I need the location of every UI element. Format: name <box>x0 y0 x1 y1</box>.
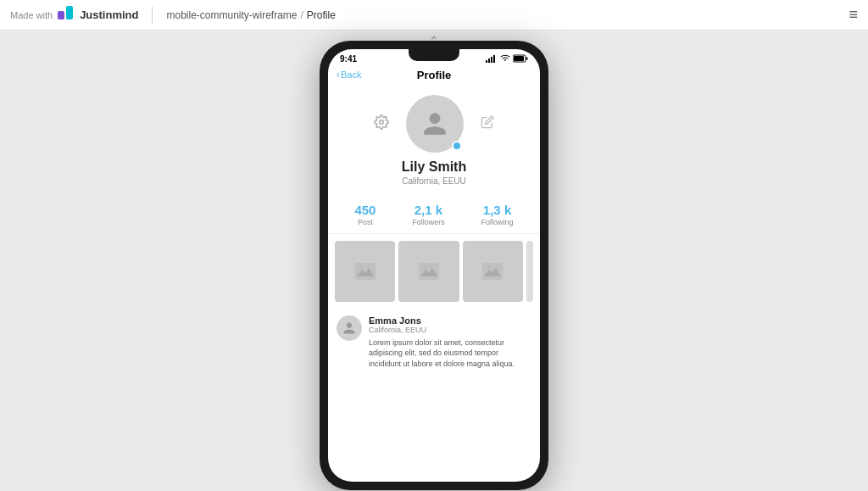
svg-rect-3 <box>488 59 490 63</box>
svg-rect-10 <box>355 263 376 280</box>
user-location: California, EEUU <box>402 176 466 186</box>
breadcrumb-project: mobile-community-wireframe <box>166 9 297 21</box>
svg-point-15 <box>487 265 490 269</box>
breadcrumb: mobile-community-wireframe / Profile <box>166 9 335 21</box>
post-label: Post <box>358 218 373 226</box>
phone-time: 9:41 <box>340 54 357 64</box>
back-button[interactable]: ‹ Back <box>337 69 361 81</box>
svg-point-9 <box>380 120 384 124</box>
svg-rect-1 <box>66 6 73 20</box>
comment-text: Lorem ipsum dolor sit amet, consectetur … <box>369 338 531 370</box>
commenter-avatar <box>337 315 362 341</box>
avatar-wrap <box>406 95 464 153</box>
photo-placeholder-icon-1 <box>355 263 376 280</box>
topbar-divider <box>152 7 153 24</box>
avatar-row <box>374 95 494 153</box>
app-title: Profile <box>417 69 451 81</box>
post-count: 450 <box>354 203 376 217</box>
svg-point-11 <box>359 265 363 269</box>
svg-rect-5 <box>493 55 495 63</box>
profile-section: Lily Smith California, EEUU <box>328 86 540 194</box>
photo-placeholder-icon-2 <box>419 263 439 280</box>
breadcrumb-separator: / <box>301 9 303 21</box>
following-count: 1,3 k <box>483 203 511 217</box>
phone-notch <box>409 49 459 61</box>
svg-rect-4 <box>491 57 492 63</box>
svg-rect-12 <box>419 263 439 280</box>
comment-section: Emma Jons California, EEUU Lorem ipsum d… <box>328 309 540 377</box>
photo-thumb-3[interactable] <box>463 241 523 302</box>
back-label: Back <box>341 70 361 80</box>
photo-thumb-1[interactable] <box>335 241 395 302</box>
svg-rect-8 <box>526 58 528 60</box>
stat-followers: 2,1 k Followers <box>412 203 445 226</box>
topbar-right: ≡ <box>849 6 858 24</box>
commenter-avatar-icon <box>342 321 356 335</box>
back-chevron-icon: ‹ <box>337 69 340 81</box>
justinmind-logo-icon <box>58 6 76 25</box>
breadcrumb-current: Profile <box>307 9 336 21</box>
svg-rect-14 <box>482 263 503 280</box>
commenter-name: Emma Jons <box>369 315 531 326</box>
topbar: Made with Justinmind mobile-community-wi… <box>0 0 868 31</box>
photos-scrollbar[interactable] <box>526 241 533 302</box>
settings-icon[interactable] <box>374 114 389 133</box>
phone-frame: 9:41 <box>320 41 548 490</box>
phone-screen: 9:41 <box>328 49 540 482</box>
wifi-icon <box>500 54 510 63</box>
stats-row: 450 Post 2,1 k Followers 1,3 k Following <box>328 194 540 234</box>
signal-icon <box>486 54 498 63</box>
photos-grid <box>328 234 540 309</box>
topbar-left: Made with Justinmind mobile-community-wi… <box>10 6 336 25</box>
photo-thumb-2[interactable] <box>398 241 459 302</box>
battery-icon <box>513 54 528 63</box>
user-name: Lily Smith <box>402 159 466 175</box>
made-with-label: Made with <box>10 10 53 20</box>
svg-rect-0 <box>58 11 64 20</box>
stat-post: 450 Post <box>354 203 376 226</box>
followers-count: 2,1 k <box>415 203 442 217</box>
logo-brand: Justinmind <box>58 6 138 25</box>
main-area: ⌃ 9:41 <box>0 31 868 491</box>
commenter-location: California, EEUU <box>369 326 531 334</box>
edit-icon[interactable] <box>481 115 494 131</box>
following-label: Following <box>481 218 514 226</box>
comment-content: Emma Jons California, EEUU Lorem ipsum d… <box>369 315 531 370</box>
logo-area: Made with Justinmind <box>10 6 138 25</box>
svg-point-13 <box>423 265 426 269</box>
photo-placeholder-icon-3 <box>482 263 503 280</box>
svg-rect-7 <box>514 56 524 61</box>
logo-name: Justinmind <box>80 8 138 21</box>
app-header: ‹ Back Profile <box>328 64 540 86</box>
hamburger-menu-icon[interactable]: ≡ <box>849 6 858 24</box>
followers-label: Followers <box>412 218 445 226</box>
phone-status-icons <box>486 54 528 63</box>
stat-following: 1,3 k Following <box>481 203 514 226</box>
online-status-dot <box>452 141 462 151</box>
